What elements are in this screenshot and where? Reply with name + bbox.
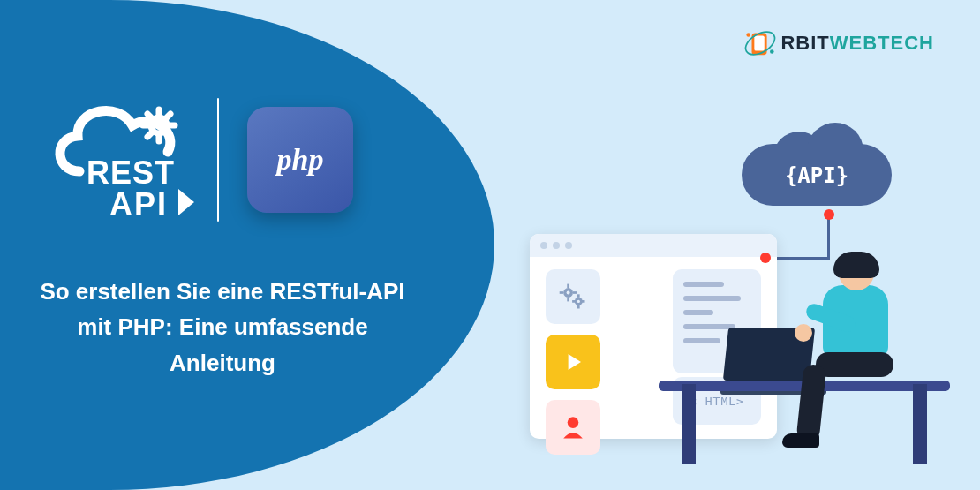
api-cloud-icon: {API} xyxy=(742,128,892,216)
svg-line-12 xyxy=(167,114,170,117)
browser-title-bar xyxy=(530,234,777,257)
svg-point-4 xyxy=(770,49,774,54)
php-logo-icon: php xyxy=(247,107,353,213)
svg-line-11 xyxy=(167,133,170,137)
brand-name-part2: WEBTECH xyxy=(830,32,934,54)
svg-marker-16 xyxy=(178,189,194,215)
svg-marker-29 xyxy=(569,354,581,370)
brand-logo: RBITWEBTECH xyxy=(743,26,934,60)
person-icon xyxy=(789,255,922,471)
svg-point-20 xyxy=(577,300,580,303)
logo-mark-icon xyxy=(743,26,777,60)
left-panel xyxy=(0,0,494,490)
tile-grid xyxy=(546,269,666,455)
svg-line-13 xyxy=(147,133,151,137)
php-label: php xyxy=(277,143,324,177)
svg-rect-1 xyxy=(755,35,765,50)
svg-point-19 xyxy=(567,291,570,295)
api-cloud-label: {API} xyxy=(742,163,892,188)
connector-line xyxy=(827,215,830,257)
hero-banner: RBITWEBTECH REST API xyxy=(0,0,980,490)
svg-text:API: API xyxy=(109,186,168,222)
headline-text: So erstellen Sie eine RESTful-API mit PH… xyxy=(37,274,408,381)
brand-name: RBITWEBTECH xyxy=(780,32,934,55)
brand-name-part1: RBIT xyxy=(780,32,829,54)
desk-icon xyxy=(659,287,950,464)
play-tile-icon xyxy=(546,335,600,389)
svg-line-10 xyxy=(147,114,151,117)
svg-point-3 xyxy=(747,33,751,37)
connection-dot-icon xyxy=(824,209,834,220)
developer-illustration: {API} xyxy=(530,128,945,464)
rest-api-cloud-icon: REST API xyxy=(46,94,196,226)
vertical-divider xyxy=(217,98,219,222)
connection-dot-icon xyxy=(760,253,771,263)
user-tile-icon xyxy=(546,400,600,455)
tech-icon-row: REST API php xyxy=(46,94,353,226)
svg-point-30 xyxy=(568,417,579,428)
gears-tile-icon xyxy=(546,269,600,324)
svg-text:REST: REST xyxy=(87,155,175,191)
